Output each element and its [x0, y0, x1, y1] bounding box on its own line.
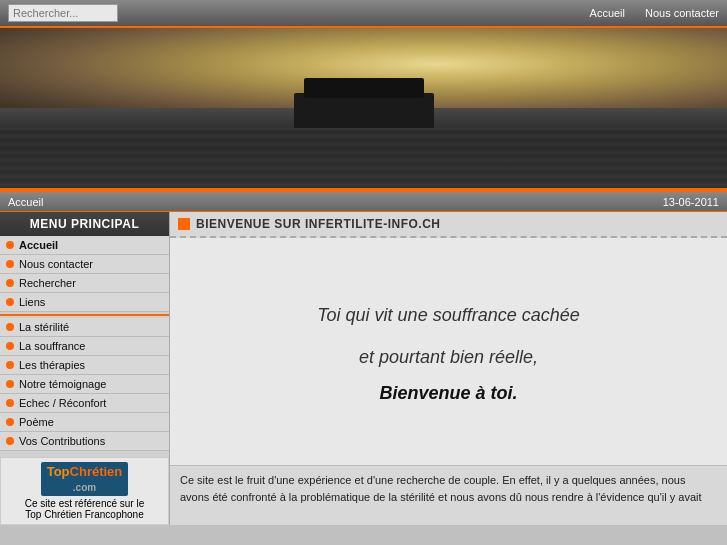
tc-logo-chretien: Chrétien — [70, 464, 123, 479]
sidebar-label: Vos Contributions — [19, 435, 105, 447]
sidebar-item-therapies[interactable]: Les thérapies — [0, 356, 169, 375]
bullet-icon — [6, 323, 14, 331]
bullet-icon — [6, 342, 14, 350]
sidebar-item-temoignage[interactable]: Notre témoignage — [0, 375, 169, 394]
sidebar: MENU PRINCIPAL Accueil Nous contacter Re… — [0, 212, 170, 525]
content-area: BIENVENUE SUR INFERTILITE-INFO.CH Toi qu… — [170, 212, 727, 525]
sidebar-label: Notre témoignage — [19, 378, 106, 390]
bullet-icon — [6, 437, 14, 445]
date-display: 13-06-2011 — [663, 196, 719, 208]
sidebar-item-echec[interactable]: Echec / Réconfort — [0, 394, 169, 413]
welcome-line1: Toi qui vit une souffrance cachée — [317, 299, 580, 331]
sidebar-header: MENU PRINCIPAL — [0, 212, 169, 236]
sidebar-item-souffrance[interactable]: La souffrance — [0, 337, 169, 356]
sidebar-item-poeme[interactable]: Poème — [0, 413, 169, 432]
nav-contact[interactable]: Nous contacter — [645, 7, 719, 19]
sidebar-item-accueil[interactable]: Accueil — [0, 236, 169, 255]
top-bar: Accueil Nous contacter — [0, 0, 727, 28]
bullet-icon — [6, 361, 14, 369]
sidebar-label: Rechercher — [19, 277, 76, 289]
hero-island-top — [304, 78, 424, 98]
sidebar-label: Liens — [19, 296, 45, 308]
sidebar-item-contact[interactable]: Nous contacter — [0, 255, 169, 274]
bullet-icon — [6, 418, 14, 426]
tc-text: Ce site est référencé sur le — [5, 498, 164, 509]
welcome-line3: Bienvenue à toi. — [379, 383, 517, 404]
bullet-icon — [6, 380, 14, 388]
welcome-line2: et pourtant bien réelle, — [359, 341, 538, 373]
sidebar-item-sterilite[interactable]: La stérilité — [0, 318, 169, 337]
hero-water-reflection — [0, 128, 727, 188]
sidebar-label: Poème — [19, 416, 54, 428]
top-chretien-widget[interactable]: TopChrétien .com Ce site est référencé s… — [0, 457, 169, 525]
header-icon — [178, 218, 190, 230]
content-body: Toi qui vit une souffrance cachée et pou… — [170, 238, 727, 465]
main-layout: MENU PRINCIPAL Accueil Nous contacter Re… — [0, 212, 727, 525]
tc-logo: TopChrétien .com — [41, 462, 129, 496]
sidebar-label: Les thérapies — [19, 359, 85, 371]
sidebar-divider — [0, 314, 169, 316]
sidebar-label: La stérilité — [19, 321, 69, 333]
breadcrumb: Accueil — [8, 196, 43, 208]
search-input[interactable] — [8, 4, 118, 22]
sidebar-label: Nous contacter — [19, 258, 93, 270]
breadcrumb-bar: Accueil 13-06-2011 — [0, 192, 727, 212]
bullet-icon — [6, 260, 14, 268]
tc-text2: Top Chrétien Francophone — [5, 509, 164, 520]
bottom-content-text: Ce site est le fruit d'une expérience et… — [170, 465, 727, 525]
content-title: BIENVENUE SUR INFERTILITE-INFO.CH — [196, 217, 441, 231]
bullet-icon — [6, 279, 14, 287]
top-nav: Accueil Nous contacter — [590, 7, 719, 19]
sidebar-item-rechercher[interactable]: Rechercher — [0, 274, 169, 293]
tc-logo-com: .com — [73, 482, 96, 493]
tc-logo-top: Top — [47, 464, 70, 479]
bullet-icon — [6, 298, 14, 306]
bullet-icon — [6, 241, 14, 249]
hero-island — [294, 93, 434, 128]
sidebar-label: Accueil — [19, 239, 58, 251]
hero-image — [0, 28, 727, 188]
nav-home[interactable]: Accueil — [590, 7, 625, 19]
bullet-icon — [6, 399, 14, 407]
content-header: BIENVENUE SUR INFERTILITE-INFO.CH — [170, 212, 727, 238]
sidebar-item-contributions[interactable]: Vos Contributions — [0, 432, 169, 451]
sidebar-item-liens[interactable]: Liens — [0, 293, 169, 312]
sidebar-label: Echec / Réconfort — [19, 397, 106, 409]
sidebar-label: La souffrance — [19, 340, 85, 352]
